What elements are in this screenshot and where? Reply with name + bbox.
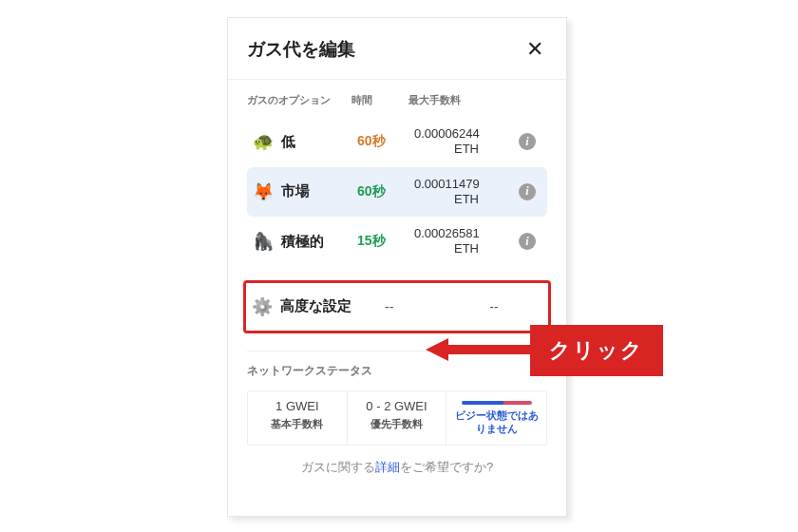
priority-fee-value: 0 - 2 GWEI	[353, 399, 441, 413]
option-time: 60秒	[357, 133, 414, 150]
network-heading: ネットワークステータス	[247, 363, 547, 379]
info-icon[interactable]: i	[519, 183, 536, 200]
option-fee: 0.00006244 ETH	[414, 126, 519, 158]
turtle-icon: 🐢	[253, 131, 274, 152]
advanced-fee: --	[442, 299, 546, 314]
busy-text: ビジー状態ではありません	[452, 408, 541, 436]
option-fee: 0.00011479 ETH	[414, 177, 519, 208]
network-grid: 1 GWEI 基本手数料 0 - 2 GWEI 優先手数料 ビジー状態ではありま…	[247, 390, 547, 446]
priority-fee-label: 優先手数料	[353, 417, 441, 431]
gas-edit-panel: ガス代を編集 ✕ ガスのオプション 時間 最大手数料 🐢 低 60秒 0.000…	[227, 17, 567, 517]
annotation-click-label: クリック	[530, 325, 663, 376]
column-headers: ガスのオプション 時間 最大手数料	[247, 93, 547, 107]
info-icon[interactable]: i	[519, 133, 536, 150]
option-label: 低	[281, 133, 295, 151]
gas-options: ガスのオプション 時間 最大手数料 🐢 低 60秒 0.00006244 ETH…	[228, 93, 566, 267]
info-icon[interactable]: i	[519, 233, 536, 250]
network-status: ネットワークステータス 1 GWEI 基本手数料 0 - 2 GWEI 優先手数…	[228, 363, 566, 477]
base-fee-cell: 1 GWEI 基本手数料	[248, 391, 348, 446]
panel-header: ガス代を編集 ✕	[228, 18, 566, 79]
col-time: 時間	[352, 93, 408, 107]
base-fee-label: 基本手数料	[254, 417, 341, 431]
advanced-settings-row[interactable]: ⚙️ 高度な設定 -- --	[243, 280, 551, 333]
option-row-market[interactable]: 🦊 市場 60秒 0.00011479 ETH i	[247, 167, 547, 218]
priority-fee-cell: 0 - 2 GWEI 優先手数料	[348, 391, 447, 446]
col-maxfee: 最大手数料	[408, 93, 513, 107]
panel-title: ガス代を編集	[247, 37, 355, 62]
divider	[228, 79, 566, 80]
option-time: 15秒	[357, 233, 414, 250]
option-row-low[interactable]: 🐢 低 60秒 0.00006244 ETH i	[247, 117, 547, 167]
advanced-label: 高度な設定	[280, 297, 352, 315]
col-option: ガスのオプション	[247, 93, 352, 107]
advanced-time: --	[385, 299, 442, 314]
fox-icon: 🦊	[253, 181, 274, 202]
option-time: 60秒	[357, 183, 414, 200]
close-icon[interactable]: ✕	[522, 37, 547, 62]
option-fee: 0.00026581 ETH	[414, 226, 519, 257]
footer-text: ガスに関する詳細をご希望ですか?	[247, 459, 547, 476]
divider	[247, 351, 547, 352]
option-label: 積極的	[281, 233, 324, 251]
option-label: 市場	[281, 182, 310, 200]
gear-icon: ⚙️	[252, 296, 273, 317]
busy-cell: ビジー状態ではありません	[446, 391, 546, 446]
gorilla-icon: 🦍	[253, 231, 274, 252]
busy-bar-icon	[462, 401, 532, 405]
details-link[interactable]: 詳細	[375, 460, 400, 474]
option-row-aggressive[interactable]: 🦍 積極的 15秒 0.00026581 ETH i	[247, 217, 547, 267]
base-fee-value: 1 GWEI	[254, 399, 341, 413]
